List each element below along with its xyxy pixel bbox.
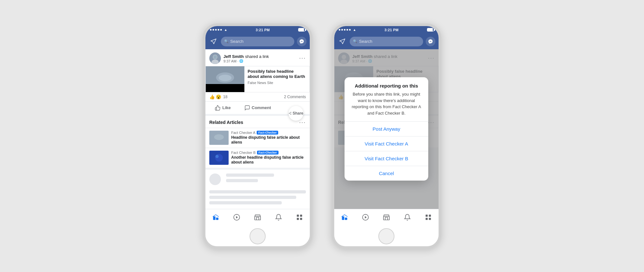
article-item-1[interactable]: Fact Checker A Fact-Checker Headline dis… [205,128,310,148]
fact-checker-badge-1: Fact-Checker [257,131,278,135]
svg-line-11 [289,113,290,114]
svg-rect-37 [342,216,344,220]
svg-rect-42 [425,215,427,217]
bottom-nav-1 [205,209,310,226]
status-time-2: 3:21 PM [384,28,399,32]
svg-rect-7 [206,84,244,92]
nav-store-2[interactable] [379,210,393,224]
article-item-2[interactable]: Fact Checker B Fact-Checker Another head… [205,148,310,168]
modal-title-2: Additional reporting on this [345,77,428,91]
visit-checker-a-button[interactable]: Visit Fact Checker A [345,136,428,151]
share-label-1: Share [293,111,303,116]
signal-dots-2: ▲ [339,28,356,32]
nav-home-1[interactable] [209,210,223,224]
visit-checker-b-button[interactable]: Visit Fact Checker B [345,151,428,166]
home-button-2[interactable] [378,228,394,244]
svg-point-17 [215,155,219,158]
home-button-wrap-2 [334,226,439,246]
svg-point-8 [290,112,291,112]
svg-rect-43 [429,215,431,217]
bottom-nav-2 [334,209,439,226]
svg-rect-45 [429,218,431,220]
article-info-2: Fact Checker B Fact-Checker Another head… [231,151,306,165]
phones-container: ▲ 3:21 PM 🔍 Search [203,23,441,249]
svg-marker-40 [365,216,367,218]
search-bar-2[interactable]: 🔍 Search [350,37,423,46]
status-bar-2: ▲ 3:21 PM [334,26,439,34]
svg-rect-23 [297,215,298,217]
post-anyway-button[interactable]: Post Anyway [345,122,428,136]
svg-point-3 [213,55,217,59]
nav-play-1[interactable] [230,210,244,224]
link-title-1: Possibly false headline about aliens com… [248,69,306,80]
feed-2: Jeff Smith shared a link 9:37 AM·🌐 ··· [334,49,439,209]
avatar-1 [209,52,221,64]
nav-bell-2[interactable] [400,210,414,224]
fb-logo-2[interactable] [337,37,347,46]
post-time-1: 9:37 AM · 🌐 [223,59,297,63]
nav-home-2[interactable] [337,210,352,224]
article-title-2: Another headline disputing false article… [231,155,306,165]
signal-dots: ▲ [210,28,227,32]
nav-store-1[interactable] [251,210,265,224]
modal-box-2: Additional reporting on this Before you … [345,77,428,181]
comment-button-1[interactable]: Comment [240,102,275,113]
svg-point-14 [214,134,224,140]
messenger-icon-2[interactable] [426,37,435,46]
article-title-1: Headline disputing false article about a… [231,135,306,145]
phone-2: ▲ 3:21 PM 🔍 Search [332,23,441,249]
share-button-1[interactable]: Share [289,106,303,121]
modal-overlay-2: Additional reporting on this Before you … [334,49,439,209]
reactions-bar-1: 👍 😮 18 2 Comments [205,92,310,102]
article-thumb-2 [209,151,229,165]
link-thumbnail-1 [206,66,244,92]
globe-icon-1: 🌐 [239,59,243,63]
related-more-dots-1[interactable]: ··· [299,119,306,126]
phone-1: ▲ 3:21 PM 🔍 Search [203,23,312,249]
search-icon-1: 🔍 [224,39,229,43]
wifi-icon-2: ▲ [353,28,356,32]
cancel-button[interactable]: Cancel [345,166,428,181]
nav-play-2[interactable] [358,210,373,224]
svg-point-10 [290,114,291,114]
like-emoji-1: 👍 [209,94,215,99]
modal-body-2: Before you share this link, you might wa… [345,91,428,121]
like-button-1[interactable]: Like [205,102,240,113]
svg-rect-25 [297,218,298,220]
fact-checker-badge-2: Fact-Checker [257,151,279,155]
search-placeholder-2: Search [359,39,372,44]
feed-1: Jeff Smith shared a link 9:37 AM · 🌐 ··· [205,49,310,209]
reaction-count-1: 18 [223,95,227,99]
home-button-wrap-1 [205,226,310,246]
svg-rect-22 [255,216,260,220]
article-info-1: Fact Checker A Fact-Checker Headline dis… [231,131,306,145]
nav-bar-2: 🔍 Search [334,34,439,49]
svg-rect-38 [345,218,347,220]
article-source-1: Fact Checker A Fact-Checker [231,131,306,135]
svg-rect-41 [384,216,389,220]
search-bar-1[interactable]: 🔍 Search [221,37,294,46]
reactions-left-1: 👍 😮 18 [209,94,227,99]
home-button-1[interactable] [250,228,266,244]
nav-grid-2[interactable] [421,210,435,224]
post-author-1: Jeff Smith [223,54,244,59]
battery-2 [427,28,434,32]
battery-1 [298,28,305,32]
nav-bar-1: 🔍 Search [205,34,310,49]
article-thumb-1 [209,131,229,145]
nav-grid-1[interactable] [292,210,307,224]
link-preview-1[interactable]: Possibly false headline about aliens com… [205,66,310,92]
svg-rect-26 [300,218,302,220]
comment-count-1: 2 Comments [284,95,306,99]
svg-marker-21 [236,216,238,218]
search-placeholder-1: Search [230,39,243,44]
messenger-icon-1[interactable] [297,37,307,46]
search-icon-2: 🔍 [353,39,357,43]
action-buttons-1: Like Comment Share [205,102,310,114]
link-source-1: False News Site [248,81,306,85]
nav-bell-1[interactable] [271,210,286,224]
fb-logo-1[interactable] [209,37,218,46]
wow-emoji-1: 😮 [216,94,221,99]
post-card-1: Jeff Smith shared a link 9:37 AM · 🌐 ··· [205,49,310,114]
more-dots-1[interactable]: ··· [299,55,306,61]
